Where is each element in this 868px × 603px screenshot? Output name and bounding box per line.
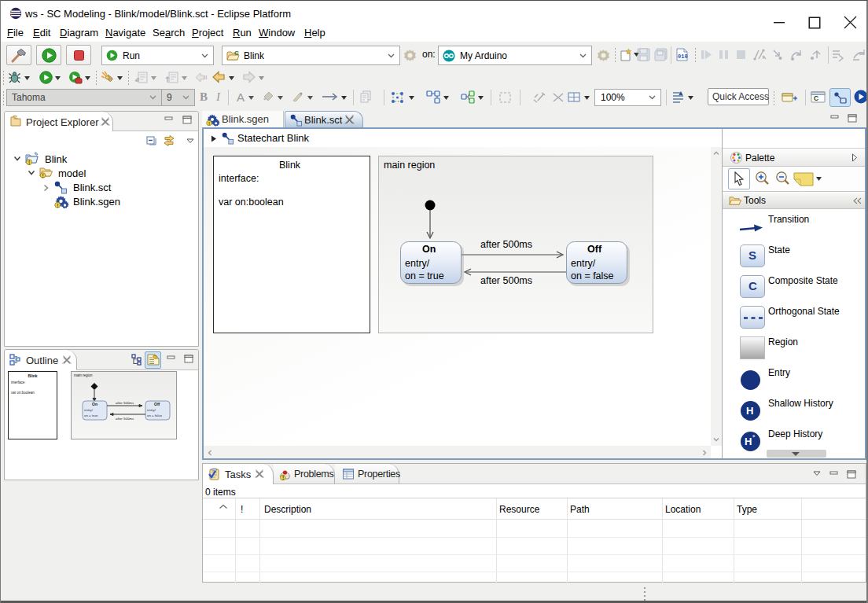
svg-text:C: C (814, 94, 818, 102)
svg-text:Off: Off (154, 402, 160, 406)
svg-text:main region: main region (384, 160, 435, 171)
svg-text:!: ! (57, 203, 58, 208)
svg-text:entry/: entry/ (147, 408, 156, 412)
svg-text:on = true: on = true (405, 270, 444, 281)
svg-text:entry/: entry/ (84, 408, 94, 412)
svg-text:after 500ms: after 500ms (116, 417, 134, 421)
svg-text:C: C (234, 50, 239, 57)
svg-text:Blink: Blink (279, 160, 301, 171)
svg-text:010: 010 (678, 53, 688, 60)
svg-text:on = true: on = true (84, 414, 98, 417)
svg-text:On: On (92, 402, 97, 406)
svg-text:after 500ms: after 500ms (116, 401, 134, 405)
svg-text:On: On (422, 244, 436, 255)
svg-text:after 500ms: after 500ms (480, 239, 532, 250)
svg-text:entry/: entry/ (405, 258, 430, 269)
svg-text:on = false: on = false (147, 414, 163, 417)
svg-text:var on:boolean: var on:boolean (219, 197, 284, 208)
svg-text:!: ! (42, 173, 44, 178)
svg-text:after 500ms: after 500ms (480, 275, 532, 286)
svg-text:Off: Off (587, 244, 602, 255)
svg-text:entry/: entry/ (571, 258, 596, 269)
svg-text:!: ! (282, 475, 284, 480)
svg-text:on = false: on = false (571, 270, 614, 281)
svg-text:!: ! (28, 160, 30, 165)
svg-text:interface:: interface: (219, 173, 259, 184)
svg-text:!: ! (208, 120, 210, 126)
